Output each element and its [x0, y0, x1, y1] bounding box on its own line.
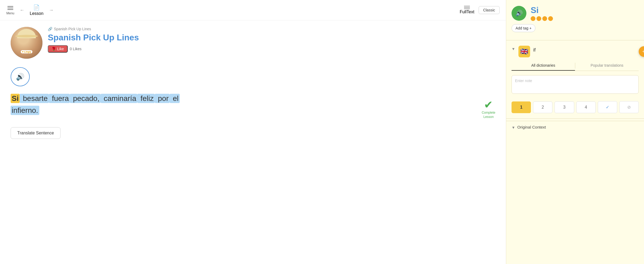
complete-lesson-label: CompleteLesson [482, 111, 495, 119]
word-por[interactable]: por [155, 94, 170, 103]
dict-tabs: All dictionaries Popular translations [512, 61, 639, 71]
translation-row: ▼ 🇬🇧 if + [506, 42, 644, 61]
tab-all-dictionaries[interactable]: All dictionaries [512, 61, 575, 71]
word-audio-icon: 🔊 [516, 10, 523, 17]
lesson-thumbnail: ♥ LingQ [11, 27, 42, 59]
lesson-info: 🔗 Spanish Pick Up Lines Spanish Pick Up … [48, 27, 139, 53]
translate-sentence-button[interactable]: Translate Sentence [11, 127, 61, 139]
content-area: ♥ LingQ 🔗 Spanish Pick Up Lines Spanish … [0, 20, 506, 264]
like-button[interactable]: 🌹 Like [48, 45, 68, 53]
word-title: Si [531, 5, 553, 15]
note-placeholder: Enter note [515, 79, 532, 83]
fulltext-icon [464, 6, 470, 9]
menu-label: Menu [6, 11, 14, 15]
divider-2 [506, 118, 644, 119]
like-label: Like [57, 47, 64, 51]
breadcrumb-icon: 🔗 [48, 27, 52, 31]
translation-text: if [533, 46, 536, 53]
flag-icon: 🇬🇧 [518, 46, 530, 57]
fulltext-label: FullText [460, 10, 474, 14]
word-pecado[interactable]: pecado, [70, 94, 100, 103]
word-info: Si [531, 5, 553, 21]
word-el[interactable]: el [170, 94, 180, 103]
sentence-area: Si besarte fuera pecado, caminaría feliz… [11, 93, 495, 117]
fulltext-button[interactable]: FullText [460, 6, 474, 14]
status-buttons-row: 1 2 3 4 ✓ ⊘ [506, 98, 644, 116]
menu-icon [6, 5, 14, 11]
divider-1 [506, 40, 644, 40]
word-caminaria[interactable]: caminaría [101, 94, 138, 103]
status-button-2[interactable]: 2 [533, 101, 552, 113]
word-audio-button[interactable]: 🔊 [512, 6, 526, 21]
lesson-nav: ← 📄 Lesson → [19, 3, 55, 17]
status-button-check[interactable]: ✓ [598, 101, 617, 113]
like-heart-icon: 🌹 [51, 47, 56, 51]
lesson-header: ♥ LingQ 🔗 Spanish Pick Up Lines Spanish … [11, 27, 495, 59]
word-stars [531, 16, 553, 21]
audio-play-button[interactable]: 🔊 [11, 67, 30, 86]
status-button-4[interactable]: 4 [576, 101, 596, 113]
lesson-icon: 📄 [33, 4, 40, 11]
like-count: 0 Likes [70, 47, 81, 51]
word-infierno[interactable]: infierno. [11, 106, 39, 115]
complete-check-icon: ✔ [484, 99, 493, 111]
tab-popular-translations[interactable]: Popular translations [575, 61, 639, 71]
word-besarte[interactable]: besarte [20, 94, 49, 103]
word-fuera[interactable]: fuera [49, 94, 70, 103]
breadcrumb-text: Spanish Pick Up Lines [54, 27, 91, 31]
star-4 [548, 16, 553, 21]
word-feliz[interactable]: feliz [137, 94, 155, 103]
status-button-1[interactable]: 1 [512, 101, 531, 113]
sentence-wrapper: Si besarte fuera pecado, caminaría feliz… [11, 93, 495, 117]
complete-lesson-button[interactable]: ✔ CompleteLesson [482, 99, 495, 119]
right-panel: 🔊 Si Add tag + ▼ 🇬🇧 if + All dictionari [506, 0, 644, 264]
original-context-label: Original Context [517, 125, 546, 129]
flag-emoji: 🇬🇧 [520, 48, 528, 55]
toolbar: Menu ← 📄 Lesson → FullText Classic [0, 0, 506, 20]
classic-button[interactable]: Classic [479, 6, 500, 14]
audio-icon: 🔊 [16, 73, 24, 81]
menu-button[interactable]: Menu [6, 5, 14, 15]
like-section: 🌹 Like 0 Likes [48, 45, 139, 53]
lesson-label: Lesson [30, 11, 44, 16]
star-2 [536, 16, 541, 21]
original-context-chevron: ▼ [512, 125, 515, 130]
word-si[interactable]: Si [11, 94, 20, 103]
original-context-section[interactable]: ▼ Original Context [506, 121, 644, 133]
lesson-title: Spanish Pick Up Lines [48, 33, 139, 42]
chevron-down-icon[interactable]: ▼ [512, 47, 515, 51]
toolbar-right: FullText Classic [460, 6, 500, 14]
star-1 [531, 16, 535, 21]
add-tag-button[interactable]: Add tag + [512, 24, 535, 32]
right-top: 🔊 Si Add tag + [506, 0, 644, 38]
word-header: 🔊 Si [512, 5, 639, 21]
note-input[interactable]: Enter note [512, 75, 639, 94]
status-button-3[interactable]: 3 [555, 101, 574, 113]
status-button-ignore[interactable]: ⊘ [619, 101, 639, 113]
lesson-button[interactable]: 📄 Lesson [28, 3, 46, 17]
star-3 [542, 16, 547, 21]
breadcrumb: 🔗 Spanish Pick Up Lines [48, 27, 139, 31]
nav-forward-button[interactable]: → [48, 6, 55, 14]
add-translation-button[interactable]: + [639, 46, 644, 57]
nav-back-button[interactable]: ← [19, 6, 25, 14]
